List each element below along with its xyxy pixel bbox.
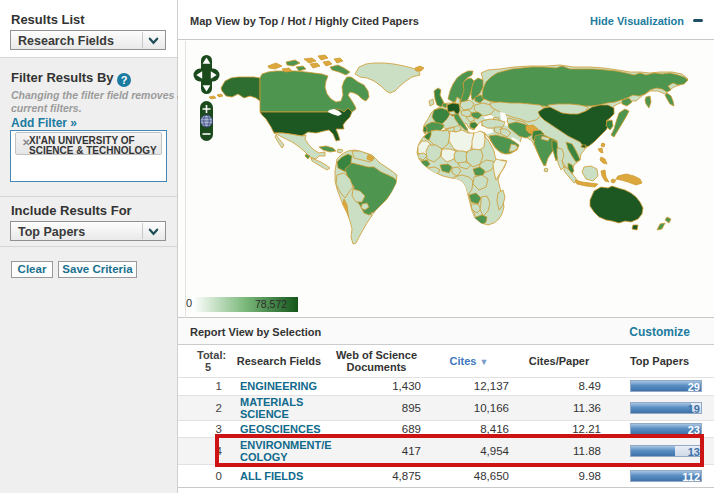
svg-text:0: 0 — [186, 297, 192, 309]
svg-text:78,572: 78,572 — [255, 298, 287, 310]
